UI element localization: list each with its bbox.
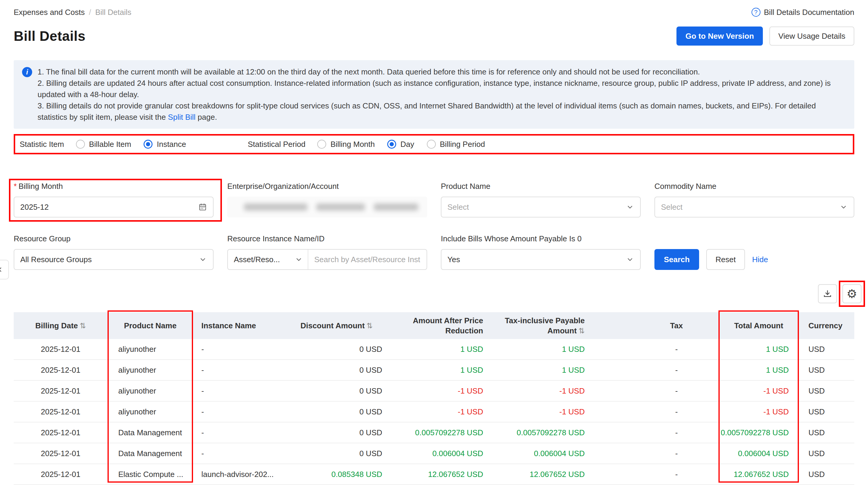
- radio-day[interactable]: [387, 140, 396, 149]
- breadcrumb-expenses-and-costs[interactable]: Expenses and Costs: [14, 8, 85, 17]
- table-row[interactable]: 2025-12-01 aliyunother - 0 USD -1 USD -1…: [14, 381, 854, 402]
- radio-option-billing-period[interactable]: Billing Period: [427, 140, 485, 149]
- reset-button[interactable]: Reset: [706, 249, 745, 270]
- resource-instance-type-value: Asset/Reso...: [234, 255, 294, 264]
- cell-product-name: aliyunother: [107, 386, 193, 396]
- product-name-select[interactable]: Select: [441, 196, 641, 217]
- col-tax: Tax: [593, 321, 718, 331]
- documentation-link[interactable]: ? Bill Details Documentation: [751, 8, 854, 17]
- table-row[interactable]: 2025-12-01 Elastic Compute ... launch-ad…: [14, 464, 854, 485]
- table-row[interactable]: 2025-12-01 Data Management - 0 USD 0.005…: [14, 422, 854, 443]
- statistic-radio-row: Statistic Item Billable Item Instance St…: [14, 134, 854, 154]
- cell-discount-amount: 0 USD: [283, 427, 390, 437]
- chevron-down-icon: [626, 203, 634, 211]
- cell-total-amount: 0.006004 USD: [718, 448, 799, 458]
- cell-product-name: Data Management: [107, 448, 193, 458]
- resource-group-label: Resource Group: [14, 234, 214, 244]
- cell-tax-inclusive-payable-amount: -1 USD: [490, 407, 593, 417]
- sort-icon[interactable]: ⇅: [366, 322, 373, 330]
- radio-instance[interactable]: [144, 140, 153, 149]
- col-total-amount: Total Amount: [718, 321, 799, 331]
- radio-option-day[interactable]: Day: [387, 140, 414, 149]
- radio-billing-period[interactable]: [427, 140, 436, 149]
- topbar: Expenses and Costs / Bill Details ? Bill…: [14, 0, 854, 19]
- download-button[interactable]: [818, 284, 837, 303]
- hide-link[interactable]: Hide: [752, 249, 768, 270]
- sidebar-collapse-handle[interactable]: [0, 260, 9, 279]
- download-icon: [823, 289, 833, 299]
- col-instance-name: Instance Name: [193, 321, 283, 331]
- cell-amount-after-price-reduction: 0.006004 USD: [390, 448, 490, 458]
- col-discount-amount[interactable]: Discount Amount⇅: [283, 321, 390, 331]
- breadcrumb: Expenses and Costs / Bill Details: [14, 8, 131, 17]
- resource-instance-search-input[interactable]: [314, 250, 421, 269]
- radio-billing-month-label: Billing Month: [330, 140, 375, 149]
- radio-option-billable-item[interactable]: Billable Item: [76, 140, 131, 149]
- cell-discount-amount: 0 USD: [283, 344, 390, 354]
- resource-instance-field: Resource Instance Name/ID Asset/Reso...: [227, 234, 427, 270]
- settings-button[interactable]: ⚙: [842, 284, 862, 303]
- required-asterisk: *: [14, 182, 17, 191]
- split-bill-link[interactable]: Split Bill: [168, 113, 195, 122]
- cell-currency: USD: [799, 344, 854, 354]
- billing-month-picker[interactable]: [14, 196, 214, 217]
- sort-icon[interactable]: ⇅: [80, 322, 86, 330]
- view-usage-details-button[interactable]: View Usage Details: [769, 27, 854, 46]
- table-row[interactable]: 2025-12-01 aliyunother - 0 USD -1 USD -1…: [14, 402, 854, 422]
- account-field: Enterprise/Organization/Account: [227, 182, 427, 217]
- col-currency: Currency: [799, 321, 854, 331]
- commodity-name-label: Commodity Name: [654, 182, 854, 191]
- include-zero-field: Include Bills Whose Amount Payable Is 0 …: [441, 234, 641, 270]
- cell-instance-name: -: [193, 448, 283, 458]
- table-row[interactable]: 2025-12-01 Data Management - 0 USD 0.006…: [14, 443, 854, 464]
- cell-discount-amount: 0 USD: [283, 407, 390, 417]
- col-amount-after-price-reduction: Amount After Price Reduction: [390, 315, 490, 336]
- radio-option-billing-month[interactable]: Billing Month: [317, 140, 375, 149]
- include-zero-value: Yes: [447, 255, 626, 264]
- calendar-icon: [198, 203, 207, 212]
- col-billing-date[interactable]: Billing Date⇅: [14, 321, 107, 331]
- include-zero-select[interactable]: Yes: [441, 249, 641, 270]
- notice-text: 1. The final bill data for the current m…: [37, 66, 846, 123]
- cell-product-name: aliyunother: [107, 365, 193, 375]
- chevron-down-icon: [294, 255, 303, 264]
- radio-billable-item-label: Billable Item: [89, 140, 131, 149]
- table-row[interactable]: 2025-12-01 aliyunother - 0 USD 1 USD 1 U…: [14, 360, 854, 381]
- table-toolbar: ⚙: [14, 284, 862, 303]
- go-to-new-version-button[interactable]: Go to New Version: [677, 27, 763, 46]
- notice-line-3: 3. Billing details do not provide granul…: [37, 100, 846, 123]
- sort-icon[interactable]: ⇅: [579, 327, 585, 335]
- search-button[interactable]: Search: [654, 249, 699, 270]
- resource-instance-type-select[interactable]: Asset/Reso...: [228, 250, 308, 269]
- chevron-down-icon: [199, 255, 207, 264]
- cell-discount-amount: 0 USD: [283, 448, 390, 458]
- product-name-label: Product Name: [441, 182, 641, 191]
- account-value-redacted: [227, 196, 427, 217]
- cell-total-amount: -1 USD: [718, 407, 799, 417]
- page-title: Bill Details: [14, 28, 86, 44]
- cell-billing-date: 2025-12-01: [14, 407, 107, 417]
- statistic-item-label: Statistic Item: [20, 140, 64, 149]
- commodity-name-select[interactable]: Select: [654, 196, 854, 217]
- radio-billable-item[interactable]: [76, 140, 85, 149]
- cell-product-name: Elastic Compute ...: [107, 469, 193, 479]
- question-circle-icon: ?: [751, 8, 761, 17]
- radio-option-instance[interactable]: Instance: [144, 140, 186, 149]
- cell-amount-after-price-reduction: 1 USD: [390, 344, 490, 354]
- cell-billing-date: 2025-12-01: [14, 344, 107, 354]
- billing-month-input[interactable]: [20, 197, 198, 217]
- cell-billing-date: 2025-12-01: [14, 427, 107, 437]
- chevron-down-icon: [839, 203, 848, 211]
- product-name-field: Product Name Select: [441, 182, 641, 217]
- radio-billing-month[interactable]: [317, 140, 326, 149]
- statistical-period-label: Statistical Period: [248, 140, 306, 149]
- cell-billing-date: 2025-12-01: [14, 448, 107, 458]
- cell-tax: -: [593, 386, 718, 396]
- cell-currency: USD: [799, 365, 854, 375]
- resource-group-field: Resource Group All Resource Groups: [14, 234, 214, 270]
- cell-tax-inclusive-payable-amount: 1 USD: [490, 365, 593, 375]
- cell-product-name: aliyunother: [107, 344, 193, 354]
- resource-group-select[interactable]: All Resource Groups: [14, 249, 214, 270]
- table-row[interactable]: 2025-12-01 aliyunother - 0 USD 1 USD 1 U…: [14, 339, 854, 360]
- col-tax-inclusive-payable-amount[interactable]: Tax-inclusive Payable Amount⇅: [490, 315, 593, 336]
